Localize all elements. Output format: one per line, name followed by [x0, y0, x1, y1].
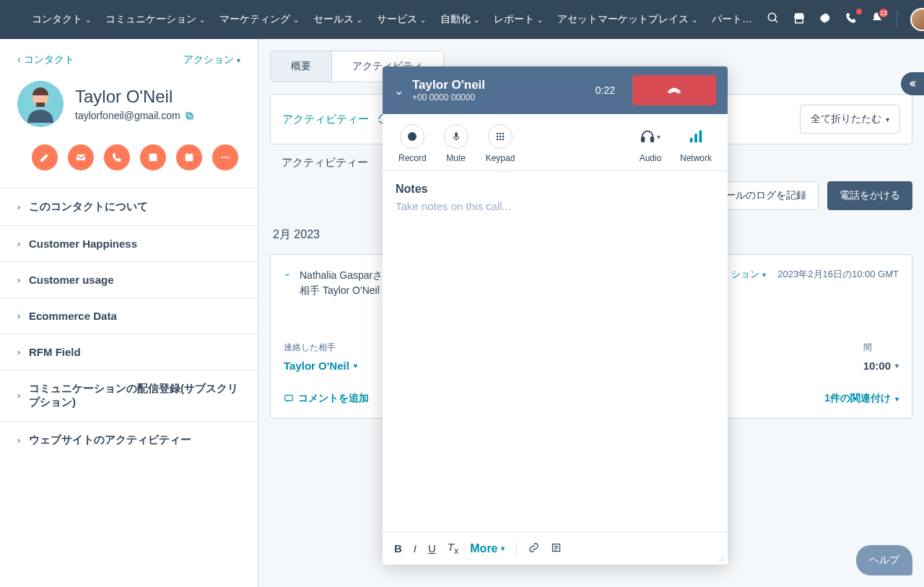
underline-button[interactable]: U: [428, 542, 436, 555]
record-button[interactable]: Record: [398, 124, 427, 163]
svg-rect-7: [796, 19, 803, 23]
svg-rect-12: [188, 114, 193, 119]
editor-toolbar: B I U Tx More▾: [383, 531, 728, 565]
make-call-button[interactable]: 電話をかける: [827, 181, 912, 210]
nav-marketing[interactable]: マーケティング⌄: [214, 9, 305, 30]
svg-rect-38: [699, 131, 702, 143]
svg-rect-36: [690, 138, 693, 142]
section-rfm[interactable]: ›RFM Field: [0, 334, 258, 370]
svg-rect-16: [186, 154, 193, 161]
mute-button[interactable]: Mute: [444, 124, 468, 163]
search-icon[interactable]: [767, 12, 780, 27]
call-button[interactable]: [104, 144, 130, 170]
contact-sidebar: ‹ コンタクト アクション ▾ Taylor O'Neil taylorfone…: [0, 39, 258, 587]
marketplace-icon[interactable]: [793, 12, 806, 27]
nav-communication[interactable]: コミュニケーション⌄: [100, 9, 211, 30]
svg-rect-35: [651, 137, 654, 142]
svg-rect-24: [455, 132, 458, 137]
call-contact-name: Taylor O'neil: [412, 78, 587, 92]
audio-button[interactable]: ▾ Audio: [638, 124, 663, 163]
contact-email: taylorfoneil@gmail.com: [75, 110, 194, 121]
svg-point-33: [502, 139, 505, 141]
phone-icon[interactable]: [845, 12, 858, 27]
call-controls: Record Mute Keypad ▾ Audio Network: [383, 114, 728, 171]
tab-overview[interactable]: 概要: [271, 51, 332, 82]
call-header: ⌄ Taylor O'neil +00 0000 00000 0:22: [383, 66, 728, 114]
nav-reports[interactable]: レポート⌄: [488, 9, 549, 30]
svg-point-23: [408, 132, 417, 141]
nav-icons: 12 ⌄: [767, 8, 924, 31]
svg-rect-34: [642, 137, 645, 142]
svg-rect-13: [186, 113, 191, 118]
svg-point-29: [500, 136, 502, 138]
nav-contacts[interactable]: コンタクト⌄: [26, 9, 97, 30]
nav-sales[interactable]: セールス⌄: [308, 9, 368, 30]
section-subscription[interactable]: ›コミュニケーションの配信登録(サブスクリプション): [0, 370, 258, 421]
svg-point-5: [768, 13, 776, 21]
section-happiness[interactable]: ›Customer Happiness: [0, 225, 258, 261]
email-button[interactable]: [68, 144, 94, 170]
nav-marketplace[interactable]: アセットマーケットプレイス⌄: [552, 9, 703, 30]
contacted-field: 連絡した相手 Taylor O'Neil▾: [284, 342, 357, 372]
notification-badge: 12: [878, 7, 889, 19]
sidebar-actions-menu[interactable]: アクション ▾: [183, 53, 240, 66]
notifications-icon[interactable]: 12: [871, 12, 884, 27]
more-format-button[interactable]: More▾: [470, 542, 504, 555]
svg-point-28: [497, 136, 499, 138]
section-ecommerce[interactable]: ›Ecommerce Data: [0, 297, 258, 334]
note-button[interactable]: [32, 144, 58, 170]
resize-handle[interactable]: [716, 553, 725, 562]
help-button[interactable]: ヘルプ: [856, 545, 912, 575]
link-button[interactable]: [528, 542, 539, 555]
activity-action-menu[interactable]: ション ▾: [731, 268, 766, 281]
clear-format-button[interactable]: Tx: [448, 541, 458, 556]
svg-point-25: [497, 133, 499, 135]
section-about[interactable]: ›このコンタクトについて: [0, 188, 258, 225]
svg-rect-37: [694, 134, 697, 142]
svg-rect-15: [149, 154, 157, 162]
contact-profile: Taylor O'Neil taylorfoneil@gmail.com: [0, 72, 258, 142]
svg-point-26: [500, 133, 502, 135]
contact-avatar[interactable]: [17, 81, 64, 127]
more-button[interactable]: [212, 144, 238, 170]
collapse-caret-icon[interactable]: ⌄: [284, 268, 291, 298]
collapse-all-button[interactable]: 全て折りたたむ▾: [800, 105, 900, 134]
log-button[interactable]: [140, 144, 166, 170]
notes-heading: Notes: [396, 183, 715, 196]
back-to-contacts[interactable]: ‹ コンタクト: [17, 53, 74, 66]
copy-icon[interactable]: [185, 111, 194, 121]
right-panel-toggle[interactable]: [901, 72, 924, 95]
minimize-icon[interactable]: ⌄: [394, 84, 404, 97]
top-nav: コンタクト⌄ コミュニケーション⌄ マーケティング⌄ セールス⌄ サービス⌄ 自…: [0, 0, 924, 39]
contacted-value[interactable]: Taylor O'Neil▾: [284, 360, 357, 372]
snippet-button[interactable]: [551, 542, 562, 555]
activity-timestamp: 2023年2月16日の10:00 GMT: [777, 268, 899, 281]
add-comment-link[interactable]: コメントを追加: [284, 392, 369, 405]
notes-placeholder: Take notes on this call...: [396, 200, 715, 212]
svg-point-19: [222, 157, 224, 159]
keypad-button[interactable]: Keypad: [486, 124, 515, 163]
activity-filter[interactable]: アクティビティー: [282, 113, 369, 126]
section-usage[interactable]: ›Customer usage: [0, 261, 258, 297]
associations-link[interactable]: 1件の関連付け▾: [824, 392, 899, 405]
section-website[interactable]: ›ウェブサイトのアクティビティー: [0, 421, 258, 458]
italic-button[interactable]: I: [414, 542, 417, 555]
network-button[interactable]: Network: [680, 124, 712, 163]
quick-actions: [0, 142, 258, 188]
nav-partner[interactable]: パート…: [706, 9, 758, 30]
notes-section[interactable]: Notes Take notes on this call...: [383, 171, 728, 531]
hangup-button[interactable]: [632, 75, 716, 105]
nav-automation[interactable]: 自動化⌄: [435, 9, 485, 30]
time-field: 間 10:00▾: [863, 342, 899, 372]
svg-point-21: [227, 157, 230, 159]
nav-service[interactable]: サービス⌄: [371, 9, 432, 30]
bold-button[interactable]: B: [394, 542, 402, 555]
svg-rect-11: [36, 103, 45, 107]
time-value[interactable]: 10:00▾: [863, 360, 899, 372]
svg-line-45: [723, 560, 725, 562]
svg-point-30: [502, 136, 505, 138]
user-avatar[interactable]: [910, 8, 924, 31]
svg-point-27: [502, 133, 505, 135]
settings-icon[interactable]: [819, 12, 832, 27]
task-button[interactable]: [176, 144, 202, 170]
